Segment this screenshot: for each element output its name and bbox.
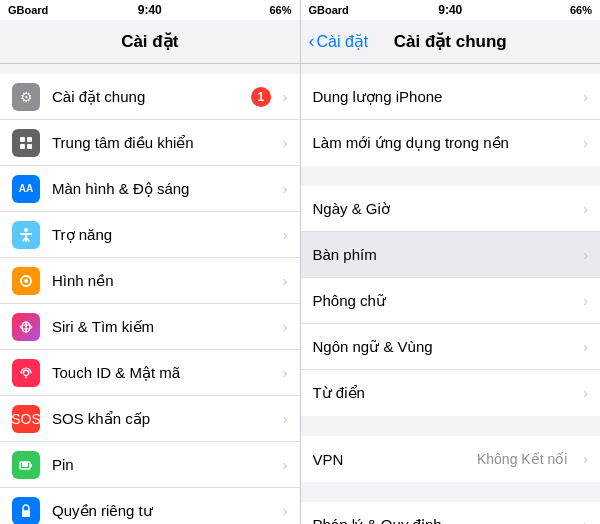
divider-2 [301, 416, 601, 426]
row-ngon-ngu[interactable]: Ngôn ngữ & Vùng › [301, 324, 601, 370]
svg-rect-1 [27, 137, 32, 142]
group-storage: Dung lượng iPhone › Làm mới ứng dụng tro… [301, 74, 601, 166]
svg-rect-18 [29, 464, 32, 467]
chevron-ban-phim: › [583, 247, 588, 263]
chevron-cai-dat-chung: › [283, 89, 288, 105]
label-lam-moi: Làm mới ứng dụng trong nền [313, 134, 572, 152]
nav-bar-right: ‹ Cài đặt Cài đặt chung [301, 20, 601, 64]
status-bar-right: GBoard 9:40 66% [301, 0, 601, 20]
label-pin: Pin [52, 456, 271, 473]
chevron-quyen-rieng-tu: › [283, 503, 288, 519]
chevron-touch-id: › [283, 365, 288, 381]
chevron-tu-dien: › [583, 385, 588, 401]
row-pin[interactable]: Pin › [0, 442, 300, 488]
icon-cai-dat-chung: ⚙ [12, 83, 40, 111]
icon-pin [12, 451, 40, 479]
label-ngay-gio: Ngày & Giờ [313, 200, 572, 218]
cai-dat-chung-content: Dung lượng iPhone › Làm mới ứng dụng tro… [301, 64, 601, 524]
icon-sos: SOS [12, 405, 40, 433]
battery-right: 66% [570, 4, 592, 16]
label-hinh-nen: Hình nền [52, 272, 271, 290]
row-hinh-nen[interactable]: Hình nền › [0, 258, 300, 304]
icon-touch-id [12, 359, 40, 387]
chevron-lam-moi: › [583, 135, 588, 151]
label-ban-phim: Bàn phím [313, 246, 572, 263]
icon-trung-tam [12, 129, 40, 157]
label-cai-dat-chung: Cài đặt chung [52, 88, 239, 106]
row-phong-chu[interactable]: Phông chữ › [301, 278, 601, 324]
row-ngay-gio[interactable]: Ngày & Giờ › [301, 186, 601, 232]
label-dung-luong: Dung lượng iPhone [313, 88, 572, 106]
left-panel: GBoard 9:40 66% Cài đặt ⚙ Cài đặt chung … [0, 0, 300, 524]
row-ban-phim[interactable]: Bàn phím › [301, 232, 601, 278]
row-lam-moi[interactable]: Làm mới ứng dụng trong nền › [301, 120, 601, 166]
chevron-phap-ly: › [583, 517, 588, 524]
back-chevron: ‹ [309, 31, 315, 52]
row-man-hinh[interactable]: AA Màn hình & Độ sáng › [0, 166, 300, 212]
svg-rect-2 [20, 144, 25, 149]
chevron-trung-tam: › [283, 135, 288, 151]
row-trung-tam[interactable]: Trung tâm điều khiển › [0, 120, 300, 166]
label-phong-chu: Phông chữ [313, 292, 572, 310]
row-vpn[interactable]: VPN Không Kết nối › [301, 436, 601, 482]
label-sos: SOS khẩn cấp [52, 410, 271, 428]
row-phap-ly[interactable]: Pháp lý & Quy định › [301, 502, 601, 524]
right-panel: GBoard 9:40 66% ‹ Cài đặt Cài đặt chung … [301, 0, 601, 524]
row-touch-id[interactable]: Touch ID & Mật mã › [0, 350, 300, 396]
svg-rect-0 [20, 137, 25, 142]
row-cai-dat-chung[interactable]: ⚙ Cài đặt chung 1 › [0, 74, 300, 120]
svg-point-4 [24, 228, 28, 232]
chevron-tro-nang: › [283, 227, 288, 243]
status-bar-left: GBoard 9:40 66% [0, 0, 300, 20]
label-tu-dien: Từ điển [313, 384, 572, 402]
badge-cai-dat-chung: 1 [251, 87, 271, 107]
chevron-man-hinh: › [283, 181, 288, 197]
label-phap-ly: Pháp lý & Quy định [313, 516, 572, 524]
chevron-dung-luong: › [583, 89, 588, 105]
group-vpn: VPN Không Kết nối › [301, 436, 601, 482]
chevron-sos: › [283, 411, 288, 427]
svg-rect-17 [22, 462, 28, 467]
row-sos[interactable]: SOS SOS khẩn cấp › [0, 396, 300, 442]
row-tro-nang[interactable]: Trợ năng › [0, 212, 300, 258]
time-right: 9:40 [438, 3, 462, 17]
icon-hinh-nen [12, 267, 40, 295]
group-settings: Ngày & Giờ › Bàn phím › Phông chữ › Ngôn… [301, 186, 601, 416]
row-siri[interactable]: Siri & Tìm kiếm › [0, 304, 300, 350]
row-dung-luong[interactable]: Dung lượng iPhone › [301, 74, 601, 120]
nav-bar-left: Cài đặt [0, 20, 300, 64]
nav-title-left: Cài đặt [121, 31, 178, 52]
label-man-hinh: Màn hình & Độ sáng [52, 180, 271, 198]
group-legal: Pháp lý & Quy định › [301, 502, 601, 524]
chevron-pin: › [283, 457, 288, 473]
chevron-hinh-nen: › [283, 273, 288, 289]
svg-rect-3 [27, 144, 32, 149]
svg-point-14 [24, 370, 29, 375]
icon-quyen-rieng-tu [12, 497, 40, 525]
back-label: Cài đặt [317, 32, 369, 51]
settings-list: ⚙ Cài đặt chung 1 › Trung tâm điều khiển… [0, 64, 300, 524]
main-settings-group: ⚙ Cài đặt chung 1 › Trung tâm điều khiển… [0, 74, 300, 524]
time-left: 9:40 [138, 3, 162, 17]
back-button[interactable]: ‹ Cài đặt [309, 32, 369, 52]
label-touch-id: Touch ID & Mật mã [52, 364, 271, 382]
label-ngon-ngu: Ngôn ngữ & Vùng [313, 338, 572, 356]
chevron-ngon-ngu: › [583, 339, 588, 355]
icon-man-hinh: AA [12, 175, 40, 203]
chevron-vpn: › [583, 451, 588, 467]
svg-point-6 [24, 279, 28, 283]
divider-3 [301, 482, 601, 492]
label-quyen-rieng-tu: Quyền riêng tư [52, 502, 271, 520]
battery-left: 66% [269, 4, 291, 16]
chevron-ngay-gio: › [583, 201, 588, 217]
icon-siri [12, 313, 40, 341]
value-vpn: Không Kết nối [477, 451, 567, 467]
row-quyen-rieng-tu[interactable]: Quyền riêng tư › [0, 488, 300, 524]
row-tu-dien[interactable]: Từ điển › [301, 370, 601, 416]
chevron-siri: › [283, 319, 288, 335]
chevron-phong-chu: › [583, 293, 588, 309]
icon-tro-nang [12, 221, 40, 249]
carrier-right: GBoard [309, 4, 349, 16]
carrier-left: GBoard [8, 4, 48, 16]
label-tro-nang: Trợ năng [52, 226, 271, 244]
